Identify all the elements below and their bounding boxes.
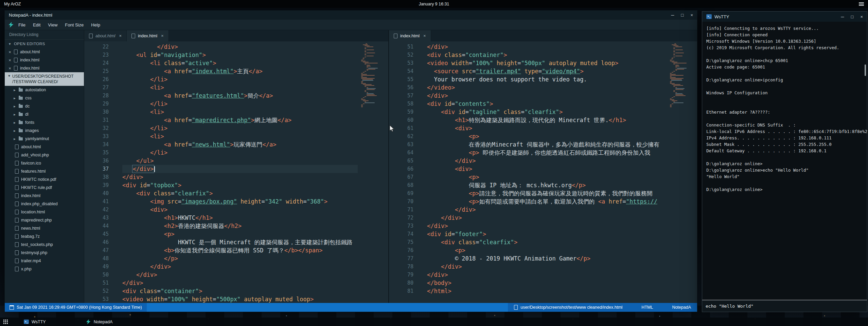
file-x.php[interactable]: x.php bbox=[5, 265, 84, 273]
code-line[interactable]: <p> bbox=[427, 246, 667, 254]
code-line[interactable]: </div> bbox=[122, 279, 358, 287]
code-line[interactable]: <source src="trailer.mp4" type="video/mp… bbox=[427, 67, 667, 75]
system-menu-icon[interactable] bbox=[859, 2, 864, 6]
close-icon[interactable]: × bbox=[8, 50, 12, 55]
code-line[interactable]: 在香港的Minecraft 伺服器中，多為小遊戲和純生存的伺服器，較少擁有 bbox=[427, 140, 667, 149]
code-line[interactable]: Your browser does not support the video … bbox=[427, 75, 667, 83]
code-line[interactable]: </div> bbox=[427, 222, 667, 230]
menu-edit[interactable]: Edit bbox=[29, 21, 44, 29]
code-line[interactable]: </div> bbox=[122, 43, 358, 51]
code-line[interactable]: <p> 即使你不是建築師，你也能透過紅石師或鐵路工程師的身份加入我 bbox=[427, 149, 667, 157]
folder-css[interactable]: ▸css bbox=[5, 94, 84, 102]
terminal-output[interactable]: [info] Conencting to arozos WsTTY servic… bbox=[702, 22, 867, 300]
code-line[interactable]: <p> bbox=[427, 173, 667, 181]
code-line[interactable]: </li> bbox=[122, 124, 358, 132]
tab-close-icon[interactable]: × bbox=[119, 33, 122, 38]
code-line[interactable]: </html> bbox=[427, 287, 667, 295]
datetime-chip[interactable]: Sat Jan 09 2021 16:29:49 GMT+0800 (Hong … bbox=[5, 303, 147, 312]
menu-help[interactable]: Help bbox=[87, 21, 104, 29]
code-line[interactable]: <h1>特別為建築及鐵路而設，現代化的 Minecraft 世界.</h1> bbox=[427, 116, 667, 124]
tree-root-folder[interactable]: ▾ USER/DESKTOP/SCREENSHOT /TEST/WWW CLEA… bbox=[5, 72, 84, 86]
file-test_sockets.php[interactable]: test_sockets.php bbox=[5, 241, 84, 249]
terminal-input[interactable]: echo "Hello World" bbox=[702, 300, 867, 312]
file-news.html[interactable]: news.html bbox=[5, 224, 84, 232]
code-line[interactable]: <div class="container"> bbox=[427, 51, 667, 59]
code-line[interactable]: 伺服器 IP 地址為： mcs.hkwtc.org</p> bbox=[427, 181, 667, 189]
code-line[interactable]: <p> bbox=[122, 230, 358, 238]
code-line[interactable]: <li> bbox=[122, 83, 358, 92]
code-line[interactable]: </li> bbox=[122, 100, 358, 108]
statusbar-language[interactable]: HTML bbox=[641, 305, 653, 310]
code-line[interactable]: <video width="100%" height="500px" autop… bbox=[427, 59, 667, 67]
code-line[interactable]: </p> bbox=[122, 254, 358, 263]
code-line[interactable]: <p> bbox=[427, 132, 667, 140]
notepada-titlebar[interactable]: NotepadA - index.html ─ □ × bbox=[5, 11, 697, 20]
code-area[interactable]: </div> <ul id="navigation"> <li class="a… bbox=[113, 41, 388, 303]
folder-images[interactable]: ▸images bbox=[5, 127, 84, 135]
tab-index.html[interactable]: index.html× bbox=[389, 30, 431, 41]
code-line[interactable]: <p>請注意，我們的伺服器為確保玩家及遊玩時的質素，我們對的服務開 bbox=[427, 189, 667, 197]
tab-about.html[interactable]: about.html× bbox=[84, 30, 127, 41]
file-index.html[interactable]: index.html bbox=[5, 192, 84, 200]
code-line[interactable]: <div class="clearfix"> bbox=[427, 238, 667, 246]
code-line[interactable]: </ul> bbox=[122, 157, 358, 165]
wstty-titlebar[interactable]: >_ WsTTY ─ □ × bbox=[702, 12, 867, 22]
open-editor-index.html[interactable]: ×index.html bbox=[5, 56, 84, 64]
folder-dl[interactable]: ▸dl bbox=[5, 110, 84, 118]
code-line[interactable]: </div> bbox=[427, 263, 667, 271]
minimize-icon[interactable]: ─ bbox=[671, 13, 674, 17]
close-icon[interactable]: × bbox=[8, 66, 12, 71]
minimap[interactable] bbox=[361, 43, 386, 108]
code-line[interactable]: </body> bbox=[427, 279, 667, 287]
code-line[interactable]: </div> bbox=[427, 206, 667, 214]
code-line[interactable]: <a href="features.html">簡介</a> bbox=[122, 92, 358, 100]
code-line[interactable]: </div> bbox=[122, 165, 358, 173]
minimize-icon[interactable]: ─ bbox=[841, 15, 844, 19]
file-mapredirect.php[interactable]: mapredirect.php bbox=[5, 216, 84, 224]
tab-close-icon[interactable]: × bbox=[161, 33, 164, 38]
folder-yamlyamlnut[interactable]: ▸yamlyamlnut bbox=[5, 135, 84, 143]
code-line[interactable]: <div id="contents"> bbox=[427, 100, 667, 108]
code-line[interactable]: <a href="index.html">主頁</a> bbox=[122, 67, 358, 75]
code-line[interactable]: <div> bbox=[122, 206, 358, 214]
code-line[interactable]: <p>如有問題或需要申請白名單，歡迎加入我們的 <a href="https:/… bbox=[427, 197, 667, 206]
code-line[interactable]: <div id="topbox"> bbox=[122, 181, 358, 189]
file-features.html[interactable]: features.html bbox=[5, 167, 84, 175]
folder-fonts[interactable]: ▸fonts bbox=[5, 118, 84, 127]
close-icon[interactable]: × bbox=[860, 15, 863, 19]
code-line[interactable]: <a href="news.html">玩家傳送門</a> bbox=[122, 140, 358, 149]
code-line[interactable]: </div> bbox=[122, 263, 358, 271]
code-line[interactable]: </div> bbox=[122, 271, 358, 279]
file-favicon.ico[interactable]: favicon.ico bbox=[5, 159, 84, 167]
menu-font-size[interactable]: Font Size bbox=[61, 21, 87, 29]
terminal-scrollbar[interactable] bbox=[865, 64, 866, 76]
code-line[interactable]: <video width="100%" height="500px" autop… bbox=[122, 295, 358, 303]
close-icon[interactable]: × bbox=[8, 58, 12, 63]
menu-view[interactable]: View bbox=[44, 21, 61, 29]
open-editors-section[interactable]: ▾ OPEN EDITORS bbox=[5, 40, 84, 48]
code-line[interactable]: <a href="mapredirect.php">網上地圖</a> bbox=[122, 116, 358, 124]
open-editor-about.html[interactable]: ×about.html bbox=[5, 48, 84, 56]
file-trailer.mp4[interactable]: trailer.mp4 bbox=[5, 257, 84, 265]
code-line[interactable]: <h1>HKWTC</h1> bbox=[122, 214, 358, 222]
code-line[interactable]: <ul id="navigation"> bbox=[122, 51, 358, 59]
code-line[interactable]: <b>你知道我們全線伺服器已轉用 SSD 了嗎？</b></span> bbox=[122, 246, 358, 254]
code-line[interactable]: <li class="active"> bbox=[122, 59, 358, 67]
code-editor-right[interactable]: 5152535455565758596061626364656667686970… bbox=[389, 41, 697, 303]
code-line[interactable]: </video> bbox=[427, 83, 667, 92]
menu-file[interactable]: File bbox=[15, 21, 29, 29]
file-HKWTC notice.pdf[interactable]: HKWTC notice.pdf bbox=[5, 175, 84, 184]
file-location.html[interactable]: location.html bbox=[5, 208, 84, 216]
statusbar-file-group[interactable]: user/Desktop/screenshot/test/www cleaned… bbox=[514, 305, 622, 310]
folder-autostation[interactable]: ▸autostation bbox=[5, 86, 84, 94]
open-editor-index.html[interactable]: ×index.html bbox=[5, 64, 84, 72]
code-line[interactable]: <div id="footer"> bbox=[427, 230, 667, 238]
file-add_vhost.php[interactable]: add_vhost.php bbox=[5, 151, 84, 159]
code-line[interactable]: </li> bbox=[122, 75, 358, 83]
tab-index.html[interactable]: index.html× bbox=[127, 30, 169, 41]
file-HKWTC rule.pdf[interactable]: HKWTC rule.pdf bbox=[5, 184, 84, 192]
tab-close-icon[interactable]: × bbox=[423, 33, 426, 38]
code-line[interactable]: </li> bbox=[122, 149, 358, 157]
code-line[interactable]: </div> bbox=[427, 43, 667, 51]
code-line[interactable]: <h2>香港的建築伺服器</h2> bbox=[122, 222, 358, 230]
